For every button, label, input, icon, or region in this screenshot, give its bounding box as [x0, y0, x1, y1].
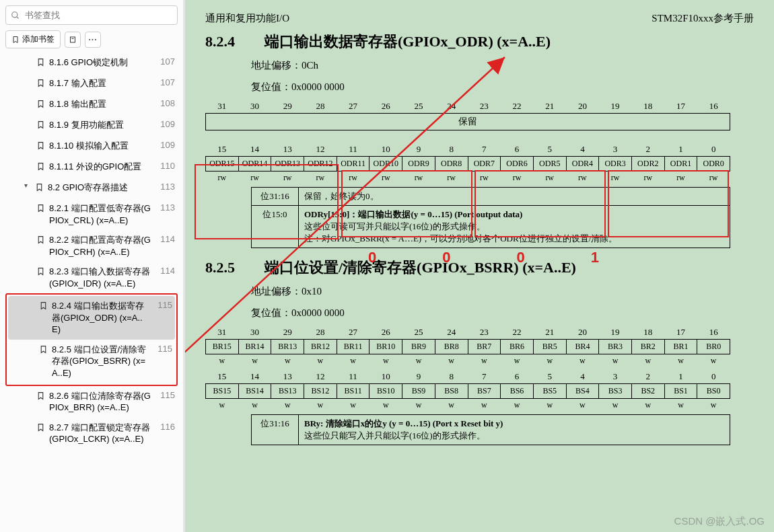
bit-cell: ODR14: [238, 157, 271, 172]
bookmark-item[interactable]: 8.1.10 模拟输入配置109: [5, 136, 178, 157]
bit-cell: BR12: [304, 340, 337, 354]
svg-rect-2: [71, 37, 75, 42]
bookmark-item[interactable]: 8.2.7 端口配置锁定寄存器(GPIOx_LCKR) (x=A..E)116: [5, 418, 178, 449]
bit-cell: w: [468, 354, 501, 368]
bit-cell: BS14: [238, 384, 271, 399]
bookmark-label: 8.1.8 输出配置: [49, 98, 152, 110]
bit-cell: w: [566, 354, 599, 368]
bookmark-item[interactable]: 8.1.7 输入配置107: [5, 73, 178, 94]
bit-cell: 1: [664, 370, 697, 384]
bit-cell: BS15: [206, 384, 239, 399]
bit-cell: 13: [271, 370, 304, 384]
bit-cell: 11: [337, 370, 370, 384]
bookmark-item[interactable]: 8.2.4 端口输出数据寄存器(GPIOx_ODR) (x=A..E)115: [8, 296, 175, 340]
collapse-all-button[interactable]: [65, 32, 81, 48]
bookmark-icon: [11, 35, 20, 44]
bookmark-item[interactable]: 8.1.6 GPIO锁定机制107: [5, 52, 178, 73]
section-824-title: 8.2.4 端口输出数据寄存器(GPIOx_ODR) (x=A..E): [205, 32, 754, 52]
bit-cell: w: [501, 354, 534, 368]
odr-desc-table: 位31:16 保留，始终读为0。 位15:0 ODRy[15:0]：端口输出数据…: [251, 187, 730, 248]
bookmark-label: 8.1.6 GPIO锁定机制: [49, 56, 152, 69]
bit-cell: BS0: [697, 384, 730, 399]
bit-cell: BS9: [402, 384, 435, 399]
bookmark-icon: [36, 203, 45, 215]
bookmark-icon: [36, 235, 45, 247]
caret-icon: ▾: [24, 182, 31, 189]
bookmark-item[interactable]: 8.2.6 端口位清除寄存器(GPIOx_BRR) (x=A..E)115: [5, 386, 178, 418]
collapse-icon: [69, 35, 77, 44]
add-bookmark-label: 添加书签: [22, 34, 55, 45]
bookmark-item[interactable]: 8.2.1 端口配置低寄存器(GPIOx_CRL) (x=A..E)113: [5, 198, 178, 230]
desc-val-2: ODRy[15:0]：端口输出数据(y = 0…15) (Port output…: [299, 206, 730, 248]
bookmark-item[interactable]: 8.1.11 外设的GPIO配置110: [5, 157, 178, 178]
bookmark-item[interactable]: ▾8.2 GPIO寄存器描述113: [5, 178, 178, 198]
bit-cell: w: [631, 399, 664, 412]
bit-cell: 4: [566, 143, 599, 157]
bit-cell: 0: [697, 370, 730, 384]
bit-cell: w: [435, 354, 468, 368]
bit-cell: ODR13: [271, 157, 304, 172]
digits-overlay: 0 0 0 1: [368, 248, 625, 268]
bit-cell: 24: [435, 100, 468, 114]
more-button[interactable]: ···: [85, 32, 101, 48]
bit-cell: 31: [206, 100, 239, 114]
bit-cell: BR15: [206, 340, 239, 354]
bookmark-label: 8.2.1 端口配置低寄存器(GPIOx_CRL) (x=A..E): [49, 202, 152, 226]
desc-line: BRy: 清除端口x的位y (y = 0…15) (Port x Reset b…: [304, 418, 503, 428]
bookmark-list[interactable]: 8.1.6 GPIO锁定机制1078.1.7 输入配置1078.1.8 输出配置…: [5, 52, 178, 532]
bookmark-item[interactable]: 8.2.2 端口配置高寄存器(GPIOx_CRH) (x=A..E)114: [5, 230, 178, 262]
bookmark-item[interactable]: 8.2.5 端口位设置/清除寄存器(GPIOx_BSRR) (x=A..E)11…: [8, 340, 175, 383]
bookmark-page: 114: [160, 266, 175, 276]
bit-cell: ODR15: [206, 157, 239, 172]
bit-cell: w: [304, 399, 337, 412]
bit-cell: 14: [238, 143, 271, 157]
bit-cell: 12: [304, 143, 337, 157]
document-page: 通用和复用功能I/O STM32F10xxx参考手册 8.2.4 端口输出数据寄…: [185, 0, 774, 532]
bit-cell: w: [238, 354, 271, 368]
bit-cell: BS1: [664, 384, 697, 399]
bit-cell: 24: [435, 326, 468, 340]
bit-cell: BR0: [697, 340, 730, 354]
bit-cell: 28: [304, 100, 337, 114]
bit-cell: ODR6: [501, 157, 534, 172]
bookmark-page: 109: [160, 140, 175, 150]
bit-cell: 15: [206, 143, 239, 157]
bit-cell: w: [501, 399, 534, 412]
bit-cell: rw: [402, 172, 435, 185]
bit-cell: 17: [664, 100, 697, 114]
bookmark-item[interactable]: 8.1.8 输出配置108: [5, 94, 178, 115]
bit-cell: 11: [337, 143, 370, 157]
bookmark-page: 115: [157, 300, 172, 310]
bit-cell: 28: [304, 326, 337, 340]
bit-cell: BR5: [533, 340, 566, 354]
desc-key-1: 位31:16: [252, 188, 299, 206]
bit-cell: ODR10: [370, 157, 402, 172]
bookmark-label: 8.1.11 外设的GPIO配置: [49, 161, 152, 173]
bit-cell: 12: [304, 370, 337, 384]
bookmark-item[interactable]: 8.1.9 复用功能配置109: [5, 115, 178, 136]
bookmark-label: 8.2.6 端口位清除寄存器(GPIOx_BRR) (x=A..E): [49, 390, 152, 414]
bit-cell: 14: [238, 370, 271, 384]
bit-cell: rw: [533, 172, 566, 185]
bookmark-item[interactable]: 8.2.3 端口输入数据寄存器(GPIOx_IDR) (x=A..E)114: [5, 262, 178, 293]
bit-cell: w: [238, 399, 271, 412]
bit-cell: w: [664, 354, 697, 368]
bit-cell: 5: [533, 143, 566, 157]
bit-cell: 8: [435, 143, 468, 157]
desc-val-1: 保留，始终读为0。: [299, 188, 730, 206]
bit-cell: 2: [631, 370, 664, 384]
reserved-cell: 保留: [206, 114, 730, 130]
add-bookmark-button[interactable]: 添加书签: [5, 30, 61, 48]
bit-cell: rw: [337, 172, 370, 185]
search-input[interactable]: [5, 5, 178, 25]
bookmark-icon: [39, 344, 48, 356]
bit-cell: w: [533, 399, 566, 412]
bit-cell: w: [337, 354, 370, 368]
bit-cell: BR1: [664, 340, 697, 354]
bit-cell: BR7: [468, 340, 501, 354]
bit-cell: w: [271, 354, 304, 368]
bookmark-label: 8.2.3 端口输入数据寄存器(GPIOx_IDR) (x=A..E): [49, 266, 152, 289]
bit-cell: 4: [566, 370, 599, 384]
bit-cell: ODR9: [402, 157, 435, 172]
sidebar-toolbar: 添加书签 ···: [5, 30, 178, 48]
